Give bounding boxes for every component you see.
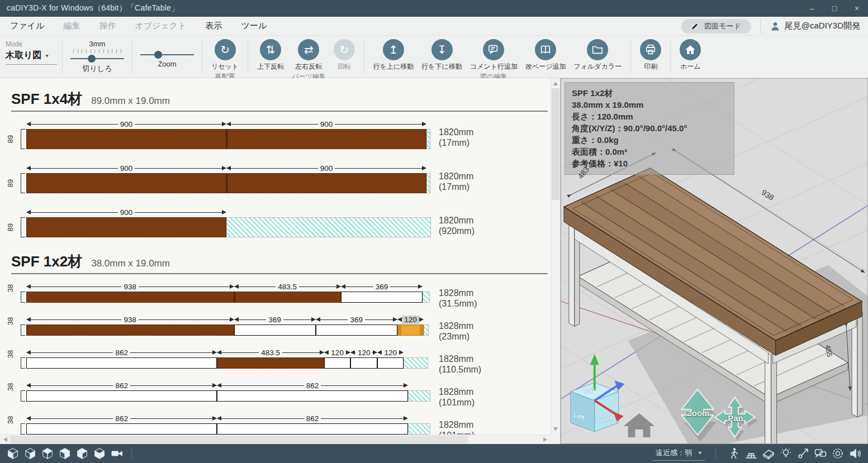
eraser-icon[interactable] bbox=[761, 446, 776, 461]
scroll-right-arrow[interactable] bbox=[543, 437, 547, 442]
comment-icon[interactable] bbox=[813, 446, 828, 461]
rotate-icon: ↻ bbox=[334, 39, 355, 60]
sound-icon[interactable] bbox=[848, 446, 862, 461]
view-back-icon[interactable] bbox=[23, 446, 37, 461]
dim-arrow-right-icon bbox=[230, 284, 234, 289]
view-front-icon[interactable] bbox=[6, 446, 20, 461]
kerf-slider-thumb[interactable] bbox=[88, 55, 96, 63]
board-segment-empty[interactable] bbox=[377, 357, 404, 369]
board-segment-wood[interactable] bbox=[26, 324, 234, 336]
scrollbar-corner bbox=[551, 435, 560, 444]
board-segment-empty[interactable] bbox=[26, 357, 217, 369]
drawing-mode-button[interactable]: 図面モード bbox=[681, 19, 751, 34]
board-segment-empty[interactable] bbox=[350, 357, 377, 369]
user-icon bbox=[770, 21, 781, 32]
board-leftover: (110.5mm) bbox=[439, 364, 481, 375]
toolbar-button-flip-vertical[interactable]: ⇅上下反転 bbox=[253, 39, 288, 71]
board-segment-empty[interactable] bbox=[341, 292, 423, 303]
add-page-break-icon bbox=[535, 39, 556, 60]
move-object-icon[interactable] bbox=[796, 446, 810, 461]
kerf-slider[interactable] bbox=[70, 54, 124, 63]
dim-arrow-right-icon bbox=[418, 284, 423, 289]
part-info-line: 表面積：0.0m² bbox=[572, 146, 727, 157]
horizontal-scrollbar[interactable] bbox=[0, 435, 551, 444]
stamp-icon[interactable] bbox=[831, 446, 845, 461]
toolbar-button-home[interactable]: ホーム bbox=[676, 39, 705, 71]
board-segment-wood[interactable] bbox=[26, 173, 226, 193]
close-button[interactable]: × bbox=[846, 0, 868, 17]
board bbox=[26, 217, 431, 237]
lightbulb-icon[interactable] bbox=[779, 446, 793, 461]
board-segment-wood[interactable] bbox=[226, 129, 426, 149]
board-segment-wood[interactable] bbox=[234, 292, 341, 303]
scroll-down-arrow[interactable] bbox=[553, 427, 558, 431]
dim-arrow-left-icon bbox=[217, 350, 221, 355]
toolbar-button-add-comment-row[interactable]: コメント行追加図の編集 bbox=[466, 39, 521, 82]
view-top-icon[interactable] bbox=[40, 446, 55, 461]
board-segment-wood[interactable] bbox=[217, 357, 324, 369]
board-segment-empty[interactable] bbox=[316, 324, 397, 336]
vertical-scrollbar[interactable] bbox=[551, 78, 560, 435]
3d-viewport[interactable]: SPF 1x2材38.0mm x 19.0mm長さ：120.0mm角度(X/Y/… bbox=[561, 78, 868, 444]
separator bbox=[131, 447, 132, 460]
maximize-button[interactable]: □ bbox=[823, 0, 846, 17]
menu-item-file[interactable]: ファイル bbox=[10, 21, 44, 31]
board-segment-empty[interactable] bbox=[217, 390, 407, 402]
board-segment-empty[interactable] bbox=[217, 423, 407, 435]
toolbar-button-print[interactable]: 印刷 bbox=[636, 39, 665, 71]
mode-dropdown[interactable]: 木取り図 ▾ bbox=[6, 48, 57, 65]
zoom-slider-track[interactable] bbox=[140, 54, 194, 55]
menu-item-tools[interactable]: ツール bbox=[241, 21, 267, 31]
zoom-slider-group: Zoom bbox=[137, 39, 197, 68]
toolbar-button-move-row-down[interactable]: ↧行を下に移動 bbox=[418, 39, 466, 71]
toolbar-button-folder-color[interactable]: フォルダカラー bbox=[570, 39, 626, 71]
zoom-slider-thumb[interactable] bbox=[154, 51, 162, 59]
part-info-line: 重さ：0.0kg bbox=[572, 134, 727, 146]
board-row: 38862483.51201201201828mm(110.5mm) bbox=[0, 348, 551, 369]
kerf-slider-track[interactable] bbox=[70, 58, 124, 59]
walk-figure-icon[interactable] bbox=[727, 446, 741, 461]
board-segment-wood[interactable] bbox=[26, 217, 226, 237]
dimension-segment: 862 bbox=[26, 381, 217, 390]
scroll-up-arrow[interactable] bbox=[553, 82, 558, 85]
board-row: 899009001820mm(17mm) bbox=[0, 120, 551, 149]
toolbar-button-add-page-break[interactable]: 改ページ追加 bbox=[521, 39, 570, 71]
dimension-spacer bbox=[408, 381, 430, 390]
thickness-label: 89 bbox=[6, 223, 15, 231]
dimension-label: 369 bbox=[348, 316, 365, 324]
scroll-left-arrow[interactable] bbox=[3, 437, 7, 442]
kerf-tick-ruler bbox=[73, 49, 121, 53]
board-row: 899009001820mm(17mm) bbox=[0, 164, 551, 193]
board-segment-wood[interactable] bbox=[226, 173, 426, 193]
camera-icon[interactable] bbox=[110, 446, 124, 461]
view-right-icon[interactable] bbox=[58, 446, 72, 461]
vertical-scroll-thumb[interactable] bbox=[552, 88, 559, 200]
cutting-diagram: SPF 1x4材89.0mm x 19.0mm899009001820mm(17… bbox=[0, 78, 551, 435]
view-left-icon[interactable] bbox=[75, 446, 89, 461]
board-segment-empty[interactable] bbox=[26, 390, 217, 402]
board-segment-selected[interactable] bbox=[397, 324, 424, 336]
toolbar-button-move-row-up[interactable]: ↥行を上に移動 bbox=[369, 39, 418, 71]
dim-arrow-left-icon bbox=[324, 350, 329, 355]
pan-widget-label[interactable]: Pan bbox=[719, 413, 752, 423]
board-segment-empty[interactable] bbox=[324, 357, 351, 369]
dim-arrow-right-icon bbox=[419, 317, 424, 322]
perspective-dropdown[interactable]: 遠近感：弱 ▼ bbox=[652, 446, 705, 461]
minimize-button[interactable]: – bbox=[801, 0, 823, 17]
board-segment-wood[interactable] bbox=[26, 292, 234, 303]
dimension-segment: 483.5 bbox=[234, 282, 341, 292]
dimension-segment: 900 bbox=[26, 208, 226, 217]
horizontal-scroll-thumb[interactable] bbox=[10, 436, 468, 443]
view-bottom-icon[interactable] bbox=[92, 446, 107, 461]
board-segment-empty[interactable] bbox=[26, 423, 217, 435]
board-segment-empty[interactable] bbox=[234, 324, 316, 336]
toolbar-button-reset[interactable]: ↻リセット再配置 bbox=[207, 39, 243, 82]
zoom-widget-label[interactable]: Zoom bbox=[681, 408, 715, 418]
user-account[interactable]: 尾見@caDIY3D開発 bbox=[770, 21, 860, 32]
toolbar-button-flip-horizontal[interactable]: ⇄左右反転パーツ編集 bbox=[288, 39, 330, 82]
board-segment-wood[interactable] bbox=[26, 129, 226, 149]
floor-grid-icon[interactable] bbox=[744, 446, 758, 461]
menu-item-view[interactable]: 表示 bbox=[206, 21, 222, 31]
zoom-slider[interactable] bbox=[140, 50, 194, 59]
toolbar-button-rotate[interactable]: ↻回転 bbox=[330, 39, 359, 71]
